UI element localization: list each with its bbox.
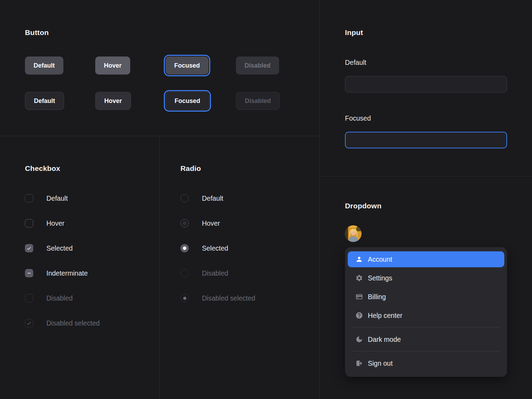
radio-row-hover: Hover bbox=[180, 219, 319, 227]
sign-out-icon bbox=[355, 359, 363, 367]
button-primary-focused[interactable]: Focused bbox=[166, 57, 209, 75]
moon-icon bbox=[355, 336, 363, 343]
radio-hover[interactable] bbox=[180, 219, 189, 227]
radio-selected[interactable] bbox=[180, 244, 189, 252]
radio-list: Default Hover Selected Disabled Disabled… bbox=[180, 194, 319, 319]
checkbox-hover[interactable] bbox=[25, 219, 33, 227]
checkbox-default[interactable] bbox=[25, 194, 33, 202]
checkbox-list: Default Hover Selected Indeterminate Dis… bbox=[25, 194, 159, 344]
radio-label: Default bbox=[202, 194, 223, 202]
button-primary-disabled: Disabled bbox=[236, 57, 279, 75]
radio-default[interactable] bbox=[180, 194, 189, 202]
radio-dot bbox=[183, 297, 186, 300]
radio-row-selected: Selected bbox=[180, 244, 319, 252]
checkbox-selected[interactable] bbox=[25, 244, 33, 252]
dropdown-menu: Account Settings Billing Help center bbox=[345, 247, 507, 377]
credit-card-icon bbox=[355, 293, 363, 301]
checkbox-section-title: Checkbox bbox=[25, 164, 159, 173]
menu-item-dark-mode[interactable]: Dark mode bbox=[348, 330, 504, 349]
checkbox-row-default: Default bbox=[25, 194, 159, 202]
check-icon bbox=[26, 245, 32, 251]
checkbox-row-hover: Hover bbox=[25, 219, 159, 227]
checkbox-label: Selected bbox=[46, 244, 73, 252]
menu-item-label: Account bbox=[368, 255, 392, 263]
button-row-primary: Default Hover Focused Disabled bbox=[25, 57, 319, 75]
radio-section: Radio Default Hover Selected Disabled Di… bbox=[160, 136, 319, 399]
menu-item-label: Settings bbox=[368, 274, 392, 282]
button-secondary-default[interactable]: Default bbox=[25, 92, 64, 110]
button-section: Button Default Hover Focused Disabled De… bbox=[0, 0, 319, 136]
radio-label: Selected bbox=[202, 244, 228, 252]
radio-section-title: Radio bbox=[180, 164, 319, 173]
input-default-label: Default bbox=[345, 59, 507, 67]
check-icon bbox=[26, 320, 32, 326]
checkbox-section: Checkbox Default Hover Selected Indeterm… bbox=[0, 136, 160, 399]
button-section-title: Button bbox=[25, 28, 319, 37]
gear-icon bbox=[355, 274, 363, 282]
input-section: Input Default Focused bbox=[319, 0, 532, 176]
checkbox-row-indeterminate: Indeterminate bbox=[25, 269, 159, 277]
menu-item-account[interactable]: Account bbox=[348, 251, 504, 267]
checkbox-label: Disabled bbox=[46, 294, 73, 302]
radio-row-disabled: Disabled bbox=[180, 269, 319, 277]
radio-disabled-selected bbox=[180, 294, 189, 302]
input-section-title: Input bbox=[345, 28, 507, 37]
avatar-photo bbox=[345, 225, 362, 242]
button-secondary-focused[interactable]: Focused bbox=[166, 92, 209, 110]
button-primary-default[interactable]: Default bbox=[25, 57, 63, 75]
checkbox-indeterminate[interactable] bbox=[25, 269, 33, 277]
checkbox-label: Disabled selected bbox=[46, 319, 100, 327]
checkbox-disabled-selected bbox=[25, 319, 33, 327]
radio-disabled bbox=[180, 269, 189, 277]
radio-label: Hover bbox=[202, 219, 220, 227]
button-row-secondary: Default Hover Focused Disabled bbox=[25, 92, 319, 110]
menu-divider bbox=[352, 351, 500, 352]
radio-dot bbox=[183, 221, 187, 225]
radio-row-default: Default bbox=[180, 194, 319, 202]
checkbox-row-disabled-selected: Disabled selected bbox=[25, 319, 159, 327]
checkbox-row-selected: Selected bbox=[25, 244, 159, 252]
input-default-field[interactable] bbox=[345, 76, 507, 93]
radio-label: Disabled selected bbox=[202, 294, 255, 302]
minus-icon bbox=[26, 270, 32, 276]
menu-item-billing[interactable]: Billing bbox=[348, 287, 504, 306]
menu-item-label: Dark mode bbox=[368, 336, 401, 344]
user-icon bbox=[355, 255, 363, 263]
avatar[interactable] bbox=[345, 225, 362, 242]
button-secondary-hover[interactable]: Hover bbox=[95, 92, 131, 110]
menu-item-help-center[interactable]: Help center bbox=[348, 306, 504, 325]
dropdown-section-title: Dropdown bbox=[345, 202, 507, 210]
button-primary-hover[interactable]: Hover bbox=[95, 57, 130, 75]
dropdown-section: Dropdown Account bbox=[319, 176, 532, 399]
menu-item-label: Sign out bbox=[368, 359, 393, 367]
radio-dot bbox=[183, 246, 186, 250]
checkbox-disabled bbox=[25, 294, 33, 302]
input-focused-field[interactable] bbox=[345, 132, 507, 148]
button-secondary-disabled: Disabled bbox=[236, 92, 280, 110]
checkbox-label: Hover bbox=[46, 219, 64, 227]
menu-divider bbox=[352, 327, 500, 328]
checkbox-label: Default bbox=[46, 194, 68, 202]
checkbox-label: Indeterminate bbox=[46, 269, 88, 277]
menu-item-sign-out[interactable]: Sign out bbox=[348, 354, 504, 373]
menu-item-settings[interactable]: Settings bbox=[348, 269, 504, 287]
help-icon bbox=[355, 312, 363, 319]
input-focused-label: Focused bbox=[345, 114, 507, 122]
menu-item-label: Billing bbox=[368, 293, 386, 301]
menu-item-label: Help center bbox=[368, 312, 402, 320]
button-grid: Default Hover Focused Disabled Default H… bbox=[25, 57, 319, 110]
checkbox-row-disabled: Disabled bbox=[25, 294, 159, 302]
radio-label: Disabled bbox=[202, 269, 228, 277]
radio-row-disabled-selected: Disabled selected bbox=[180, 294, 319, 302]
